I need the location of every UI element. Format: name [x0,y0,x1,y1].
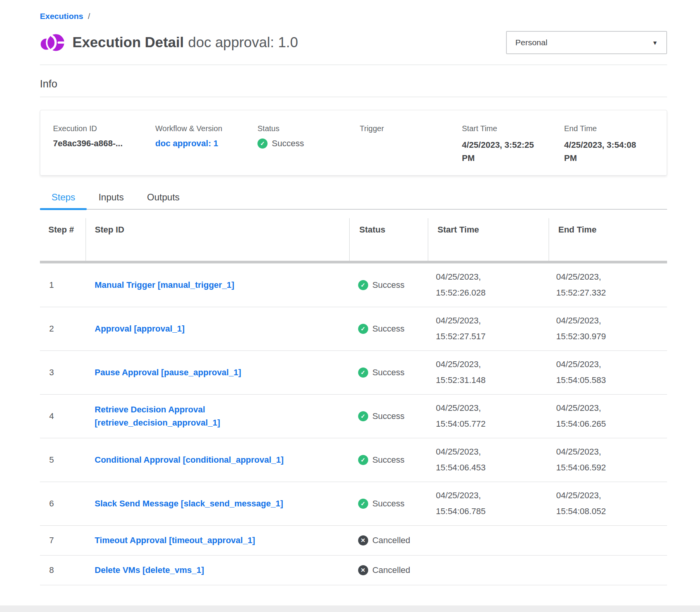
status-text: Success [372,368,405,378]
bottom-scroll-strip [0,605,700,612]
status-badge: Success [348,324,427,334]
step-end-time: 04/25/2023,15:52:27.332 [547,269,667,301]
step-id-link[interactable]: Conditional Approval [conditional_approv… [95,453,284,467]
end-time-label: End Time [564,124,666,133]
step-id-link[interactable]: Approval [approval_1] [95,322,185,335]
status-text: Success [372,280,405,290]
info-card: Execution ID 7e8ac396-a868-... Workflow … [40,110,667,176]
status-label: Status [257,124,360,133]
table-row: 3 Pause Approval [pause_approval_1] Succ… [40,351,667,395]
step-number: 1 [40,280,86,290]
step-start-time: 04/25/2023,15:54:06.453 [427,444,547,475]
status-text: Success [372,455,405,465]
execution-detail-page: Executions / Execution Detaildoc approva… [40,0,667,585]
check-circle-icon [358,324,368,334]
step-number: 3 [40,368,86,378]
table-row: 6 Slack Send Message [slack_send_message… [40,482,667,526]
table-row: 7 Timeout Approval [timeout_approval_1] … [40,526,667,556]
scope-dropdown[interactable]: Personal ▼ [506,31,667,54]
step-number: 5 [40,455,86,465]
check-circle-icon [257,138,268,149]
table-row: 2 Approval [approval_1] Success 04/25/20… [40,307,667,351]
status-text: Success [372,411,405,421]
status-text: Success [372,499,405,509]
status-text: Cancelled [372,565,410,575]
page-title: Execution Detail [72,34,184,50]
workflow-version-field: Workflow & Version doc approval: 1 [155,124,257,175]
tabs: Steps Inputs Outputs [40,192,667,210]
column-header-end-time: End Time [549,218,667,261]
check-circle-icon [358,368,368,378]
check-circle-icon [358,455,368,465]
status-badge: Cancelled [348,565,427,575]
step-start-time: 04/25/2023,15:52:31.148 [427,357,547,388]
x-circle-icon [358,535,368,545]
start-time-label: Start Time [462,124,564,133]
breadcrumb: Executions / [40,12,667,21]
step-number: 8 [40,565,86,575]
column-header-step-num: Step # [40,218,86,261]
check-circle-icon [358,499,368,509]
step-end-time: 04/25/2023,15:52:30.979 [547,313,667,344]
info-heading: Info [40,78,667,90]
status-value: Success [272,138,304,149]
step-id-link[interactable]: Slack Send Message [slack_send_message_1… [95,497,283,510]
step-end-time: 04/25/2023,15:54:06.265 [547,400,667,432]
info-divider [40,97,667,97]
table-row: 8 Delete VMs [delete_vms_1] Cancelled [40,556,667,585]
step-end-time: 04/25/2023,15:54:08.052 [547,488,667,519]
step-id-link[interactable]: Timeout Approval [timeout_approval_1] [95,534,255,547]
steps-table: Step # Step ID Status Start Time End Tim… [40,218,667,585]
status-badge: Cancelled [348,535,427,545]
column-header-status: Status [350,218,428,261]
workflow-logo-icon [40,30,65,55]
table-row: 5 Conditional Approval [conditional_appr… [40,438,667,482]
status-badge: Success [348,411,427,421]
page-subtitle: doc approval: 1.0 [188,34,298,50]
execution-id-label: Execution ID [53,124,155,133]
check-circle-icon [358,411,368,421]
step-number: 7 [40,535,86,545]
table-row: 1 Manual Trigger [manual_trigger_1] Succ… [40,263,667,307]
steps-table-body: 1 Manual Trigger [manual_trigger_1] Succ… [40,263,667,585]
step-number: 4 [40,411,86,421]
execution-id-field: Execution ID 7e8ac396-a868-... [53,124,155,175]
step-number: 2 [40,324,86,334]
step-id-link[interactable]: Pause Approval [pause_approval_1] [95,366,241,379]
breadcrumb-executions-link[interactable]: Executions [40,12,83,21]
step-id-link[interactable]: Retrieve Decision Approval [retrieve_dec… [95,403,325,429]
workflow-version-link[interactable]: doc approval: 1 [155,138,218,149]
step-end-time: 04/25/2023,15:54:05.583 [547,357,667,388]
trigger-field: Trigger [360,124,462,175]
status-field: Status Success [257,124,360,175]
tab-inputs[interactable]: Inputs [87,192,135,209]
step-start-time: 04/25/2023,15:52:26.028 [427,269,547,301]
execution-id-value: 7e8ac396-a868-... [53,138,155,149]
status-badge: Success [348,280,427,290]
trigger-label: Trigger [360,124,462,133]
start-time-value: 4/25/2023, 3:52:25 PM [462,138,545,165]
step-id-link[interactable]: Delete VMs [delete_vms_1] [95,564,204,577]
steps-table-header: Step # Step ID Status Start Time End Tim… [40,218,667,261]
workflow-version-label: Workflow & Version [155,124,257,133]
scope-dropdown-value: Personal [515,38,547,47]
tab-outputs[interactable]: Outputs [136,192,191,209]
breadcrumb-separator: / [88,12,90,21]
title-divider [40,65,667,65]
end-time-value: 4/25/2023, 3:54:08 PM [564,138,647,165]
start-time-field: Start Time 4/25/2023, 3:52:25 PM [462,124,564,175]
step-end-time: 04/25/2023,15:54:06.592 [547,444,667,475]
table-row: 4 Retrieve Decision Approval [retrieve_d… [40,395,667,438]
step-start-time: 04/25/2023,15:52:27.517 [427,313,547,344]
status-badge: Success [348,455,427,465]
step-number: 6 [40,499,86,509]
column-header-start-time: Start Time [428,218,549,261]
tab-steps[interactable]: Steps [40,192,87,209]
chevron-down-icon: ▼ [652,39,658,46]
status-badge: Success [348,368,427,378]
x-circle-icon [358,565,368,575]
step-id-link[interactable]: Manual Trigger [manual_trigger_1] [95,279,235,292]
header-separator-bar [40,261,667,263]
title-row: Execution Detaildoc approval: 1.0 Person… [40,29,667,56]
status-badge: Success [348,499,427,509]
